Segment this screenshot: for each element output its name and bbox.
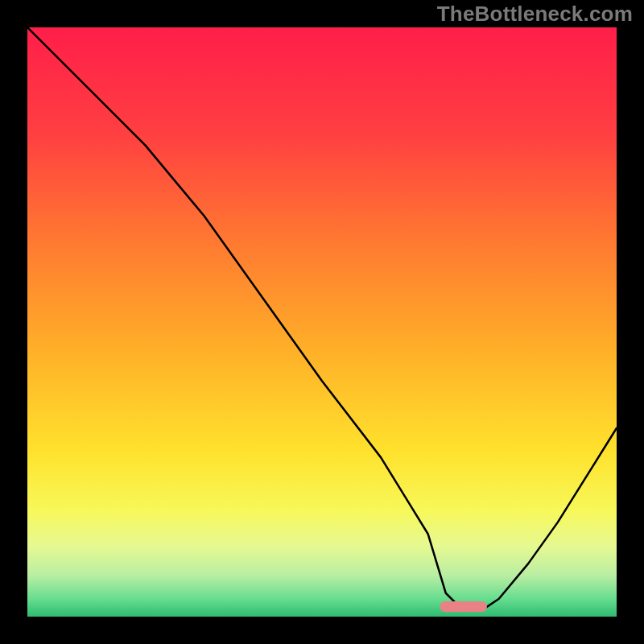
- optimal-marker: [440, 601, 487, 612]
- watermark-text: TheBottleneck.com: [437, 2, 633, 27]
- chart-svg: [27, 27, 617, 617]
- chart-area: [27, 27, 617, 617]
